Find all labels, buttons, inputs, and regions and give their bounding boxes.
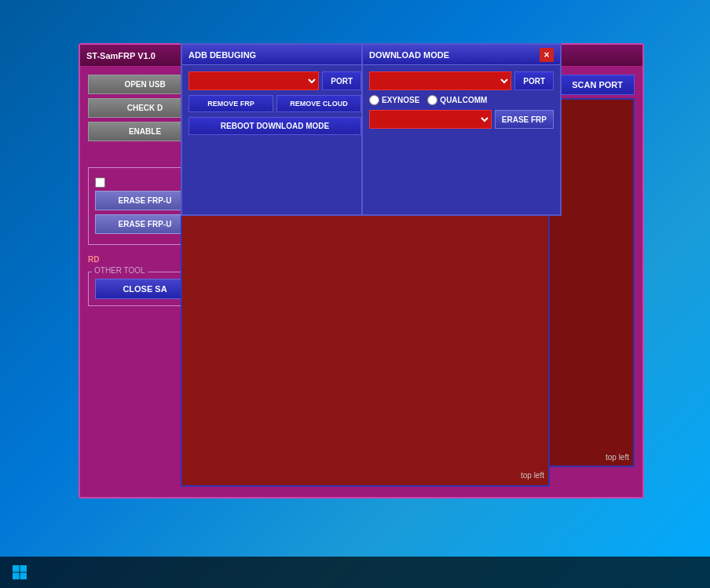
svg-rect-0 [13, 565, 20, 572]
adb-port-select[interactable] [188, 71, 319, 90]
adb-title: ADB DEBUGING [188, 50, 256, 60]
adb-content: PORT REMOVE FRP REMOVE CLOUD REBOOT DOWN… [182, 65, 368, 146]
erase-frp-button[interactable]: ERASE FRP [495, 110, 554, 129]
adb-port-button[interactable]: PORT [322, 71, 361, 90]
windows-icon [12, 564, 27, 580]
qualcomm-radio[interactable] [427, 95, 437, 105]
exynose-label: EXYNOSE [382, 96, 419, 104]
chipset-radio-row: EXYNOSE QUALCOMM [369, 95, 554, 105]
log-bottom-text: top left [521, 467, 544, 481]
remove-frp-button[interactable]: REMOVE FRP [188, 95, 273, 112]
start-button[interactable] [0, 557, 39, 588]
dl-port-row: PORT [369, 71, 554, 90]
adb-port-row: PORT [188, 71, 361, 90]
close-dialog-button[interactable]: × [540, 48, 554, 62]
dl-port-select[interactable] [369, 71, 511, 90]
rd-label: RD [88, 255, 99, 264]
dl-port-button[interactable]: PORT [514, 71, 554, 90]
erase-frp-u2-button[interactable]: ERASE FRP-U [95, 214, 195, 234]
erase-frp-row: ERASE FRP [369, 110, 554, 129]
adb-titlebar: ADB DEBUGING [182, 45, 368, 65]
qualcomm-label: QUALCOMM [440, 96, 487, 104]
log-position-text: top left [606, 453, 629, 462]
dl-titlebar: DOWNLOAD MODE × [363, 45, 560, 65]
adb-action-row: REMOVE FRP REMOVE CLOUD [188, 95, 361, 112]
erase-frp-u1-button[interactable]: ERASE FRP-U [95, 191, 195, 210]
taskbar [0, 557, 710, 588]
remove-cloud-button[interactable]: REMOVE CLOUD [276, 95, 361, 112]
exynose-radio[interactable] [369, 95, 379, 105]
scan-port-area: SCAN PORT [560, 75, 635, 95]
frp-checkbox[interactable] [95, 177, 105, 188]
adb-debug-dialog: ADB DEBUGING PORT REMOVE FRP REMOVE CLOU… [181, 43, 369, 216]
qualcomm-radio-item: QUALCOMM [427, 95, 487, 105]
svg-rect-2 [13, 573, 20, 580]
svg-rect-3 [20, 573, 27, 580]
reboot-download-button[interactable]: REBOOT DOWNLOAD MODE [188, 117, 361, 135]
close-sa-button[interactable]: CLOSE SA [95, 279, 195, 299]
checkbox-row [95, 177, 195, 188]
dl-title: DOWNLOAD MODE [369, 50, 449, 60]
exynose-radio-item: EXYNOSE [369, 95, 419, 105]
download-mode-dialog: DOWNLOAD MODE × PORT EXYNOSE QUALCOMM ER… [361, 43, 562, 216]
erase-frp-select[interactable] [369, 110, 492, 129]
svg-rect-1 [20, 565, 27, 572]
main-title: ST-SamFRP V1.0 [86, 51, 156, 60]
scan-port-button[interactable]: SCAN PORT [560, 75, 635, 95]
dl-content: PORT EXYNOSE QUALCOMM ERASE FRP [363, 65, 560, 135]
other-tool-label: OTHER TOOL [92, 266, 148, 275]
